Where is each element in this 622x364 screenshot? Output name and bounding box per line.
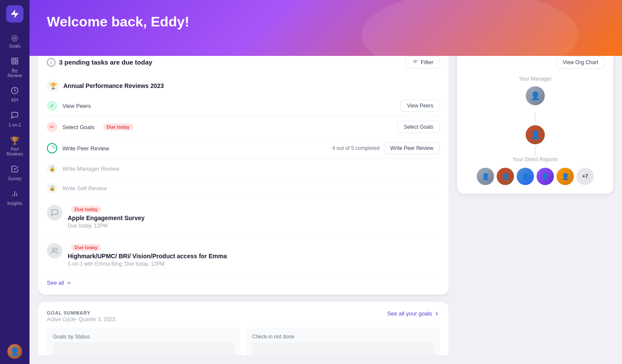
survey-chat-icon (47, 205, 62, 221)
current-user-org-avatar: 👤 (526, 125, 545, 144)
see-all-link[interactable]: See all (47, 274, 440, 286)
org-reports-row: 👤 👤 👤 👤 👤 +7 (466, 168, 605, 185)
goal-summary-card: GOAL SUMMARY Active Cycle- Quarter 3, 20… (38, 302, 448, 355)
manager-label: Your Manager (466, 76, 605, 82)
sidebar-item-perf-reviews[interactable]: 🏆 Perf Reviews (2, 133, 28, 160)
sidebar-item-one-on-one[interactable]: 1-on-1 (2, 108, 28, 131)
trophy-icon: 🏆 (47, 80, 59, 92)
survey-icon (11, 165, 19, 175)
tasks-title: i 3 pending tasks are due today (47, 58, 152, 67)
svg-rect-3 (16, 62, 18, 64)
chevron-right-icon (434, 311, 440, 317)
perf-reviews-icon: 🏆 (10, 136, 20, 146)
sidebar-item-biz-review[interactable]: Biz Review (2, 54, 28, 81)
survey-task-apple: Due today Apple Engagement Survey Due to… (47, 198, 440, 236)
one-on-one-due-badge: Due today (71, 244, 101, 251)
sidebar-item-insights[interactable]: Insights (2, 186, 28, 209)
main-content: Welcome back, Eddy! i 3 pending tasks ar… (29, 0, 622, 364)
check-in-not-done-box: Check-in not done (246, 328, 440, 355)
info-icon: i (47, 58, 56, 67)
org-header: View Org Chart (466, 56, 605, 69)
manager-avatar: 👤 (526, 86, 545, 105)
lock-icon-2: 🔒 (47, 183, 57, 193)
svg-rect-0 (12, 58, 14, 60)
tasks-card: i 3 pending tasks are due today Filter 🏆… (38, 47, 448, 295)
task-row-write-manager-review: 🔒 Write Manager Review (47, 159, 440, 179)
task-row-write-self-review: 🔒 Write Self Review (47, 179, 440, 198)
org-connector-2 (535, 146, 536, 156)
reports-label: Your Direct Reports (466, 156, 605, 162)
task-row-view-peers: ✓ View Peers View Peers (47, 95, 440, 117)
status-progress-icon (47, 143, 57, 153)
sidebar-item-kpi[interactable]: KPI (2, 83, 28, 106)
app-logo[interactable] (6, 5, 23, 23)
sidebar-item-survey[interactable]: Survey (2, 162, 28, 185)
write-peer-review-button[interactable]: Write Peer Review (384, 142, 440, 154)
insights-icon (11, 190, 19, 200)
view-peers-button[interactable]: View Peers (401, 100, 440, 112)
goal-grid: Goals by Status Check-in not done (47, 328, 440, 355)
see-all-goals-link[interactable]: See all your goals (387, 310, 440, 317)
welcome-title: Welcome back, Eddy! (47, 14, 605, 30)
biz-review-icon (11, 57, 19, 67)
user-avatar[interactable]: 👤 (7, 344, 22, 359)
survey-due-badge: Due today (71, 206, 101, 213)
goals-chart-placeholder (53, 342, 235, 355)
one-on-one-icon (11, 111, 19, 121)
task-row-write-peer-review: Write Peer Review 4 out of 5 completed W… (47, 138, 440, 159)
lock-icon: 🔒 (47, 163, 57, 174)
goal-summary-header: GOAL SUMMARY Active Cycle- Quarter 3, 20… (47, 310, 440, 322)
due-today-badge: Due today (103, 124, 133, 130)
report-avatar-3: 👤 (517, 168, 534, 185)
header: Welcome back, Eddy! (29, 0, 622, 56)
view-org-chart-button[interactable]: View Org Chart (556, 56, 605, 69)
content-area: i 3 pending tasks are due today Filter 🏆… (29, 39, 622, 364)
one-on-one-task: Due today Highmark/UPMC/ BRi/ Vision/Pro… (47, 236, 440, 274)
sidebar-item-goals[interactable]: ◎ Goals (2, 29, 28, 52)
tasks-header: i 3 pending tasks are due today Filter (47, 56, 440, 68)
report-avatar-1: 👤 (477, 168, 494, 185)
goals-icon: ◎ (11, 33, 18, 42)
right-column: View Org Chart Your Manager 👤 👤 Your Dir… (457, 47, 613, 355)
org-chart-card: View Org Chart Your Manager 👤 👤 Your Dir… (457, 47, 613, 194)
org-manager: 👤 (466, 86, 605, 105)
task-group-annual-review: 🏆 Annual Performance Reviews 2023 (47, 75, 440, 95)
select-goals-button[interactable]: Select Goals (397, 121, 440, 133)
report-avatar-5: 👤 (557, 168, 574, 185)
org-connector-1 (535, 112, 536, 123)
one-on-one-task-icon (47, 243, 62, 259)
svg-rect-1 (16, 58, 18, 60)
task-row-select-goals: ✏ Select Goals Due today Select Goals (47, 117, 440, 138)
kpi-icon (11, 87, 19, 97)
status-done-icon: ✓ (47, 101, 57, 111)
chevron-down-icon (66, 280, 72, 286)
checkin-chart-placeholder (252, 342, 434, 355)
sidebar: ◎ Goals Biz Review KPI 1-on-1 🏆 Perf Rev… (0, 0, 29, 364)
report-avatar-2: 👤 (497, 168, 514, 185)
left-column: i 3 pending tasks are due today Filter 🏆… (38, 47, 448, 355)
more-reports-badge: +7 (576, 168, 594, 185)
status-pending-icon: ✏ (47, 122, 57, 132)
report-avatar-4: 👤 (537, 168, 554, 185)
svg-rect-2 (12, 62, 14, 64)
goals-by-status-box: Goals by Status (47, 328, 241, 355)
svg-point-11 (52, 248, 55, 250)
filter-button[interactable]: Filter (406, 56, 440, 68)
filter-icon (412, 59, 418, 65)
